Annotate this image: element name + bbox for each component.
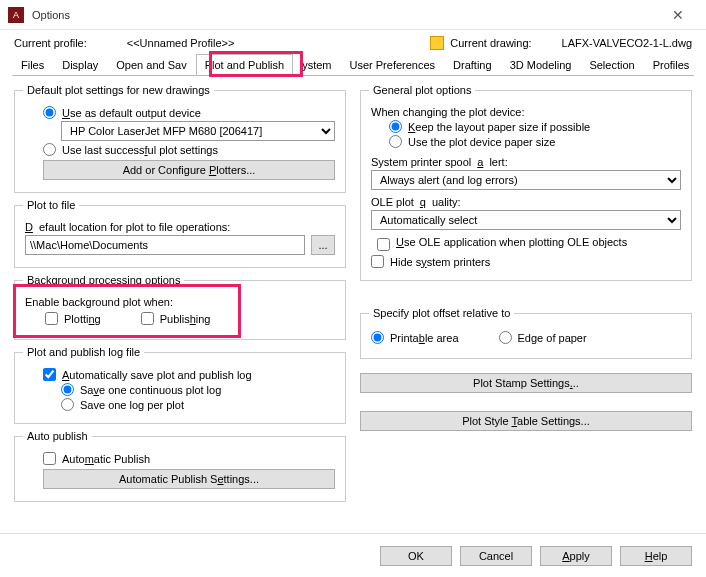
legend: Specify plot offset relative to (369, 307, 514, 319)
label-keep-layout: Keep the layout paper size if possible (408, 121, 590, 133)
drawing-icon (430, 36, 444, 50)
label-edge: Edge of paper (518, 332, 587, 344)
automatic-publish-settings-button[interactable]: Automatic Publish Settings... (43, 469, 335, 489)
tab-system[interactable]: ystem (293, 54, 340, 75)
radio-one-continuous-log[interactable] (61, 383, 74, 396)
group-plot-offset: Specify plot offset relative to Printabl… (360, 307, 692, 359)
legend: General plot options (369, 84, 475, 96)
tab-drafting[interactable]: Drafting (444, 54, 501, 75)
checkbox-hide-printers[interactable] (371, 255, 384, 268)
label-default-location: Default location for plot to file operat… (25, 221, 335, 233)
select-spool-alert[interactable]: Always alert (and log errors) (371, 170, 681, 190)
checkbox-publishing[interactable] (141, 312, 154, 325)
tab-selection[interactable]: Selection (580, 54, 643, 75)
tab-user-prefs[interactable]: User Preferences (341, 54, 445, 75)
add-configure-plotters-button[interactable]: Add or Configure Plotters... (43, 160, 335, 180)
label-printable: Printable area (390, 332, 459, 344)
titlebar: A Options ✕ (0, 0, 706, 30)
group-auto-publish: Auto publish Automatic Publish Automatic… (14, 430, 346, 502)
close-icon[interactable]: ✕ (658, 7, 698, 23)
tab-bar: Files Display Open and Sav Plot and Publ… (12, 54, 694, 76)
label-use-ole: Use OLE application when plotting OLE ob… (396, 236, 627, 248)
label-enable-bg: Enable background plot when: (25, 296, 335, 308)
ok-button[interactable]: OK (380, 546, 452, 566)
profile-label: Current profile: (14, 37, 87, 49)
input-plot-file-path[interactable] (25, 235, 305, 255)
legend: Plot and publish log file (23, 346, 144, 358)
checkbox-plotting[interactable] (45, 312, 58, 325)
label-use-last: Use last successful plot settings (62, 144, 218, 156)
group-plot-to-file: Plot to file Default location for plot t… (14, 199, 346, 268)
label-publishing: Publishing (160, 313, 211, 325)
label-auto-save-log: Automatically save plot and publish log (62, 369, 252, 381)
radio-edge-of-paper[interactable] (499, 331, 512, 344)
group-default-plot-settings: Default plot settings for new drawings U… (14, 84, 346, 193)
tab-plot-publish[interactable]: Plot and Publish (196, 54, 294, 75)
left-column: Default plot settings for new drawings U… (14, 84, 346, 502)
label-auto-publish: Automatic Publish (62, 453, 150, 465)
select-default-printer[interactable]: HP Color LaserJet MFP M680 [206417] (61, 121, 335, 141)
app-icon: A (8, 7, 24, 23)
radio-use-default-device[interactable] (43, 106, 56, 119)
label-hide-printers: Hide system printers (390, 256, 490, 268)
browse-button[interactable]: ... (311, 235, 335, 255)
drawing-label: Current drawing: (450, 37, 531, 49)
label-when-changing: When changing the plot device: (371, 106, 681, 118)
legend: Plot to file (23, 199, 79, 211)
group-background-processing: Background processing options Enable bac… (14, 274, 346, 340)
legend: Default plot settings for new drawings (23, 84, 214, 96)
label-one-per-plot: Save one log per plot (80, 399, 184, 411)
legend: Auto publish (23, 430, 92, 442)
profile-value: <<Unnamed Profile>> (127, 37, 235, 49)
radio-use-plot-device-size[interactable] (389, 135, 402, 148)
radio-keep-layout-size[interactable] (389, 120, 402, 133)
label-spool-alert: System printer spool alert: (371, 156, 681, 168)
label-use-default: Use as default output device (62, 107, 201, 119)
tab-display[interactable]: Display (53, 54, 107, 75)
label-plotting: Plotting (64, 313, 101, 325)
tab-3d-modeling[interactable]: 3D Modeling (501, 54, 581, 75)
window-title: Options (32, 9, 658, 21)
radio-one-log-per-plot[interactable] (61, 398, 74, 411)
apply-button[interactable]: Apply (540, 546, 612, 566)
radio-printable-area[interactable] (371, 331, 384, 344)
checkbox-use-ole-app[interactable] (377, 238, 390, 251)
profile-row: Current profile: <<Unnamed Profile>> Cur… (0, 30, 706, 54)
group-plot-publish-log: Plot and publish log file Automatically … (14, 346, 346, 424)
label-ole-quality: OLE plot quality: (371, 196, 681, 208)
right-column: General plot options When changing the p… (360, 84, 692, 502)
dialog-footer: OK Cancel Apply Help (0, 533, 706, 577)
plot-style-table-settings-button[interactable]: Plot Style Table Settings... (360, 411, 692, 431)
radio-use-last-plot[interactable] (43, 143, 56, 156)
checkbox-auto-save-log[interactable] (43, 368, 56, 381)
help-button[interactable]: Help (620, 546, 692, 566)
drawing-value: LAFX-VALVECO2-1-L.dwg (562, 37, 692, 49)
label-one-continuous: Save one continuous plot log (80, 384, 221, 396)
cancel-button[interactable]: Cancel (460, 546, 532, 566)
group-general-plot-options: General plot options When changing the p… (360, 84, 692, 281)
legend: Background processing options (23, 274, 184, 286)
plot-stamp-settings-button[interactable]: Plot Stamp Settings... (360, 373, 692, 393)
checkbox-automatic-publish[interactable] (43, 452, 56, 465)
tab-profiles[interactable]: Profiles (644, 54, 699, 75)
label-use-plot-device: Use the plot device paper size (408, 136, 555, 148)
tab-open-save[interactable]: Open and Sav (107, 54, 195, 75)
tab-files[interactable]: Files (12, 54, 53, 75)
select-ole-quality[interactable]: Automatically select (371, 210, 681, 230)
